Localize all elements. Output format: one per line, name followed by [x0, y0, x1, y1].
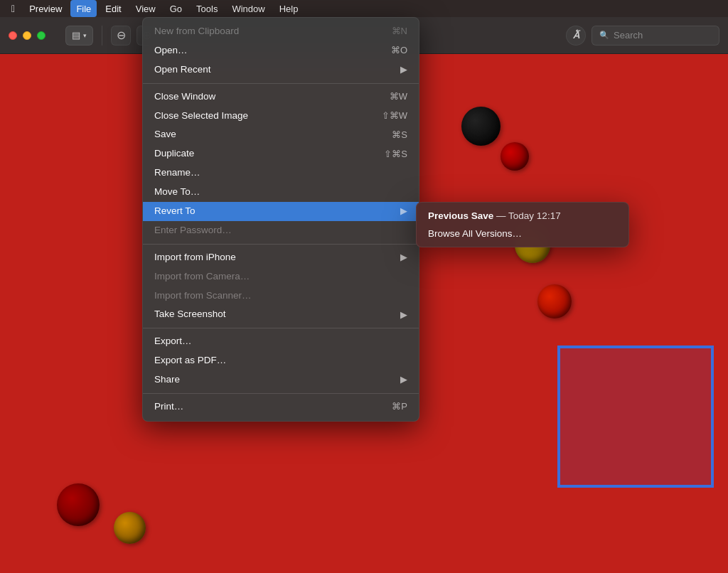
menubar-edit[interactable]: Edit [100, 0, 127, 17]
menu-item-import-from-camera-: Import from Camera… [143, 267, 419, 286]
menu-item-label: Print… [154, 400, 183, 414]
menu-item-label: New from Clipboard [154, 25, 239, 38]
menu-item-open-recent[interactable]: Open Recent▶ [143, 60, 419, 80]
menu-item-label: Save [154, 128, 176, 141]
menu-item-shortcut: ⌘N [392, 25, 407, 38]
search-placeholder-text: Search [614, 30, 643, 41]
previous-save-label: Previous Save — Today 12:17 [428, 210, 561, 221]
menu-item-label: Share [154, 373, 180, 387]
menubar-go[interactable]: Go [164, 0, 188, 17]
menu-item-label: Import from Camera… [154, 270, 250, 284]
submenu-arrow-icon: ▶ [400, 63, 407, 76]
minimize-button[interactable] [23, 31, 31, 40]
menu-separator [143, 328, 419, 328]
ball-decoration [57, 483, 100, 526]
browse-all-versions-item[interactable]: Browse All Versions… [417, 225, 628, 242]
menubar-file[interactable]: File [70, 0, 97, 17]
apple-menu[interactable]:  [6, 0, 21, 17]
sidebar-toggle-button[interactable]: ▤ ▾ [65, 26, 93, 45]
menu-item-shortcut: ⇧⌘W [382, 109, 407, 122]
submenu-arrow-icon: ▶ [400, 373, 407, 386]
file-menu-dropdown: New from Clipboard⌘NOpen…⌘OOpen Recent▶C… [142, 17, 419, 422]
submenu-arrow-icon: ▶ [400, 205, 407, 218]
menu-item-enter-password-: Enter Password… [143, 221, 419, 240]
menubar:  Preview File Edit View Go Tools Window… [0, 0, 728, 17]
menu-item-shortcut: ⇧⌘S [384, 148, 407, 161]
submenu-arrow-icon: ▶ [400, 309, 407, 321]
menu-item-import-from-iphone[interactable]: Import from iPhone▶ [143, 248, 419, 267]
menu-item-label: Export… [154, 335, 192, 348]
menu-item-label: Export as PDF… [154, 354, 226, 368]
selection-rectangle [557, 346, 714, 488]
sidebar-chevron: ▾ [83, 32, 87, 39]
menu-item-label: Close Selected Image [154, 109, 248, 123]
previous-save-bold: Previous Save [428, 210, 493, 221]
menu-item-import-from-scanner-: Import from Scanner… [143, 286, 419, 306]
menu-item-shortcut: ⌘O [391, 44, 407, 57]
menubar-tools[interactable]: Tools [191, 0, 223, 17]
menu-item-shortcut: ⌘W [390, 90, 407, 103]
menu-separator [143, 244, 419, 245]
zoom-out-button[interactable]: ⊖ [111, 26, 131, 45]
menu-item-label: Take Screenshot [154, 308, 226, 321]
sidebar-icon: ▤ [72, 30, 80, 41]
ball-decoration [537, 284, 572, 318]
menu-item-export-as-pdf-[interactable]: Export as PDF… [143, 351, 419, 370]
menu-item-shortcut: ⌘S [392, 129, 407, 141]
menu-item-label: Import from iPhone [154, 251, 236, 264]
menu-item-label: Revert To [154, 205, 196, 218]
menu-item-export-[interactable]: Export… [143, 332, 419, 351]
menu-item-duplicate[interactable]: Duplicate⇧⌘S [143, 144, 419, 164]
previous-save-item[interactable]: Previous Save — Today 12:17 [417, 207, 628, 225]
menu-item-label: Open Recent [154, 63, 211, 77]
menubar-view[interactable]: View [130, 0, 161, 17]
menubar-help[interactable]: Help [274, 0, 304, 17]
menu-item-close-window[interactable]: Close Window⌘W [143, 87, 419, 107]
menu-item-label: Open… [154, 44, 188, 58]
menu-item-share[interactable]: Share▶ [143, 370, 419, 390]
menu-item-close-selected-image[interactable]: Close Selected Image⇧⌘W [143, 107, 419, 126]
menu-item-save[interactable]: Save⌘S [143, 125, 419, 144]
toolbar-separator-1 [102, 26, 102, 45]
menu-item-shortcut: ⌘P [392, 400, 407, 413]
menu-item-move-to-[interactable]: Move To… [143, 183, 419, 202]
menu-separator [143, 393, 419, 394]
menu-item-label: Import from Scanner… [154, 289, 252, 303]
browse-all-versions-label: Browse All Versions… [428, 228, 522, 239]
search-icon: 🔍 [599, 31, 609, 40]
ball-decoration [500, 142, 529, 171]
menu-item-take-screenshot[interactable]: Take Screenshot▶ [143, 305, 419, 324]
ball-decoration [114, 512, 146, 544]
menu-item-label: Rename… [154, 166, 200, 180]
menu-item-label: Duplicate [154, 147, 194, 161]
menubar-window[interactable]: Window [226, 0, 270, 17]
menu-item-revert-to[interactable]: Revert To▶ [143, 202, 419, 221]
search-field[interactable]: 🔍 Search [592, 26, 719, 45]
menu-item-print-[interactable]: Print…⌘P [143, 397, 419, 417]
menu-item-new-from-clipboard: New from Clipboard⌘N [143, 22, 419, 41]
menu-item-label: Enter Password… [154, 224, 232, 237]
menu-separator [143, 83, 419, 84]
menu-item-label: Close Window [154, 90, 215, 104]
menu-item-open-[interactable]: Open…⌘O [143, 41, 419, 60]
zoom-out-icon: ⊖ [117, 28, 126, 42]
annotation-icon: A⃖ [573, 30, 579, 41]
menubar-preview[interactable]: Preview [23, 0, 68, 17]
menu-item-rename-[interactable]: Rename… [143, 164, 419, 183]
previous-save-date: — Today 12:17 [496, 210, 561, 221]
menu-item-label: Move To… [154, 186, 200, 199]
maximize-button[interactable] [37, 31, 46, 40]
close-button[interactable] [9, 31, 17, 40]
revert-to-submenu: Previous Save — Today 12:17 Browse All V… [416, 202, 629, 247]
annotation-button[interactable]: A⃖ [566, 26, 586, 45]
submenu-arrow-icon: ▶ [400, 251, 407, 264]
ball-decoration [461, 107, 500, 146]
